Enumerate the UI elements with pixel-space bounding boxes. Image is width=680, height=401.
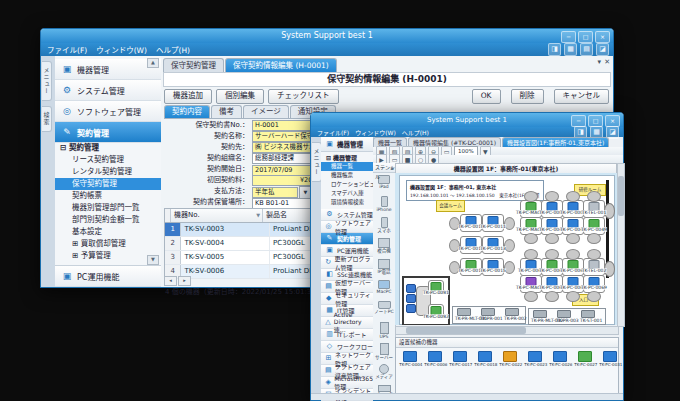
- canvas-vertical-scrollbar[interactable]: [617, 163, 625, 327]
- sidebar-nav-item[interactable]: ✎ 契約管理: [55, 122, 161, 143]
- menu-item[interactable]: ウィンドウ(W): [96, 44, 147, 55]
- floorplan-object[interactable]: TK-PR-002: [504, 308, 520, 320]
- tree-item[interactable]: ⊞ 買取償却管理: [55, 238, 161, 250]
- floorplan-desk[interactable]: TK-PC-MAC02: [520, 217, 542, 235]
- window-control[interactable]: □: [578, 31, 593, 43]
- stencil-item[interactable]: MacPC: [373, 280, 395, 299]
- menu-item[interactable]: ファイル(F): [47, 44, 87, 55]
- filter-icon[interactable]: ▼: [256, 209, 260, 222]
- sidebar-nav-item[interactable]: △ Active Directory連…: [321, 317, 373, 329]
- floorplan-desk[interactable]: TK-PC-0012: [460, 236, 482, 254]
- button[interactable]: 削除: [511, 89, 544, 104]
- sidebar-nav-header[interactable]: ▣ 機器管理: [321, 137, 373, 152]
- candidate-device[interactable]: TK-PC-0004: [398, 351, 422, 368]
- form-subtab[interactable]: イメージ: [243, 105, 289, 118]
- stencil-item[interactable]: 複合機: [373, 238, 395, 257]
- document-tab[interactable]: 保守契約情報編集 (H-0001): [225, 58, 337, 72]
- tree-root[interactable]: ⊟ 契約管理: [55, 142, 161, 154]
- sidebar-scroll-up[interactable]: ▲: [147, 58, 159, 68]
- tree-item[interactable]: 機器帳票: [321, 171, 373, 180]
- floorplan-object[interactable]: TK-PR-MLT-001: [455, 308, 473, 320]
- floorplan-desk[interactable]: TK-PC-0011: [482, 214, 504, 232]
- button[interactable]: 個別編集: [216, 89, 264, 104]
- floorplan-object[interactable]: TK-ST-001: [580, 310, 596, 322]
- floorplan-desk[interactable]: TK-PC-0014: [460, 258, 482, 276]
- sidebar-nav-item[interactable]: ▥ ITレポート: [321, 329, 373, 341]
- floorplan-object[interactable]: TK-PR-001: [480, 308, 496, 320]
- floorplan-object[interactable]: [406, 304, 416, 313]
- menu-item[interactable]: ウィンドウ(W): [355, 128, 396, 137]
- sidebar-nav-item[interactable]: ◎ ソフトウェア管理: [55, 101, 161, 122]
- floorplan-desk[interactable]: TK-PC-0081: [428, 280, 444, 294]
- tree-item[interactable]: スマデバ入庫: [321, 189, 373, 198]
- sidebar-nav-item[interactable]: ⚙ システム管理: [55, 80, 161, 101]
- floorplan-object[interactable]: TK-PR-MLT-002: [531, 310, 549, 322]
- button[interactable]: 機器追加: [164, 89, 212, 104]
- floorplan-object[interactable]: TK-PR-003: [556, 310, 572, 322]
- floorplan-desk[interactable]: TK-PC-MAC03: [520, 275, 542, 293]
- tree-item[interactable]: 契約帳票: [55, 190, 161, 202]
- tree-root[interactable]: ⊟ 機器管理: [321, 153, 373, 162]
- canvas-horizontal-scrollbar[interactable]: [395, 326, 619, 335]
- floorplan-desk[interactable]: TK-PC-0065: [562, 258, 584, 276]
- stencil-item[interactable]: IP電話: [373, 259, 395, 278]
- floorplan-object[interactable]: [406, 284, 416, 293]
- button[interactable]: キャンセル: [554, 89, 610, 104]
- pin-icon[interactable]: ▪: [391, 164, 394, 173]
- floorplan-info-box[interactable]: 機器設置図 1F：事務所-01, 東京本社 192.168.100.101 ～ …: [406, 180, 544, 201]
- canvas-body[interactable]: 機器設置図 1F：事務所-01, 東京本社 192.168.100.101 ～ …: [395, 173, 617, 325]
- floorplan-desk[interactable]: TK-PC-0013: [482, 236, 504, 254]
- tree-item[interactable]: ロケーションビュー: [321, 180, 373, 189]
- title-bar[interactable]: System Support best 1: [41, 29, 613, 43]
- titlebar-quick-icon[interactable]: ◪: [596, 43, 609, 56]
- floorplan-desk[interactable]: TK-PC-0048: [562, 217, 584, 235]
- floorplan-desk[interactable]: TK-PC-0015: [482, 258, 504, 276]
- sidebar-nav-item-pc-unyou[interactable]: ▣ PC運用機能: [55, 265, 161, 287]
- form-subtab[interactable]: 契約内容: [164, 105, 210, 118]
- window-control[interactable]: ×: [595, 31, 610, 43]
- stencil-item[interactable]: サーバー: [373, 343, 395, 362]
- window-control[interactable]: ─: [561, 31, 576, 43]
- candidate-device[interactable]: TK-PC-0031: [598, 351, 622, 368]
- column-header[interactable]: 機器No. ▼: [171, 209, 263, 222]
- candidate-device[interactable]: TK-PC-0017: [448, 351, 472, 368]
- floorplan-desk[interactable]: TK-PC-0049: [583, 217, 605, 235]
- dock-vertical-tab[interactable]: メニュー: [42, 61, 52, 101]
- menu-item[interactable]: ファイル(F): [317, 128, 349, 137]
- tree-item[interactable]: 環境情報検索: [321, 198, 373, 207]
- button[interactable]: OK: [472, 89, 501, 104]
- stencil-item[interactable]: iPhone: [373, 196, 395, 215]
- floorplan-desk[interactable]: TK-PC-0063: [541, 258, 563, 276]
- floorplan-desk[interactable]: TK-PC-0069: [583, 275, 605, 293]
- floorplan-desk[interactable]: TK-PC-0082: [428, 304, 444, 318]
- floorplan-desk[interactable]: TK-PC-0068: [562, 275, 584, 293]
- sidebar-nav-item[interactable]: ↻ 更新プログラム管理: [321, 257, 373, 269]
- stencil-item[interactable]: メディア: [373, 364, 395, 383]
- pager-arrow-icon[interactable]: ▾: [598, 58, 602, 66]
- candidate-device[interactable]: TK-PC-0027: [573, 351, 597, 368]
- floorplan-desk[interactable]: TK-PC-0010: [460, 214, 482, 232]
- button[interactable]: チェックリスト: [268, 89, 339, 104]
- floorplan-desk[interactable]: TK-PC-0061: [520, 258, 542, 276]
- tree-item[interactable]: 機器別管理部門一覧: [55, 202, 161, 214]
- tree-item[interactable]: リース契約管理: [55, 154, 161, 166]
- pager-arrow-icon[interactable]: ✕: [604, 58, 610, 66]
- sidebar-scroll-down[interactable]: ▼: [147, 255, 159, 265]
- floorplan-desk[interactable]: TK-PC-0008: [541, 200, 563, 218]
- form-subtab[interactable]: 備考: [211, 105, 242, 118]
- titlebar-quick-icon[interactable]: ▤: [580, 43, 593, 56]
- menu-item[interactable]: ヘルプ(H): [156, 44, 190, 55]
- tree-item[interactable]: 機器一覧: [321, 162, 373, 171]
- candidate-device[interactable]: TK-PC-0026: [548, 351, 572, 368]
- floorplan-desk[interactable]: TK-TEL-001: [583, 200, 605, 218]
- dock-vertical-tab[interactable]: 検索: [42, 106, 52, 132]
- floorplan-desk[interactable]: TK-PC-MAC01: [520, 200, 542, 218]
- candidate-device[interactable]: TK-PC-0022: [498, 351, 522, 368]
- titlebar-quick-icon[interactable]: ▦: [564, 43, 577, 56]
- candidate-device[interactable]: TK-PC-0023: [523, 351, 547, 368]
- sidebar-nav-item[interactable]: ◎ ソフトウェア管理: [321, 221, 373, 233]
- tree-item[interactable]: 部門別契約金額一覧: [55, 214, 161, 226]
- sidebar-nav-item[interactable]: ◆ セキュリティ管理: [321, 293, 373, 305]
- tree-item[interactable]: 基本設定: [55, 226, 161, 238]
- floorplan-desk[interactable]: TK-PC-0005: [562, 200, 584, 218]
